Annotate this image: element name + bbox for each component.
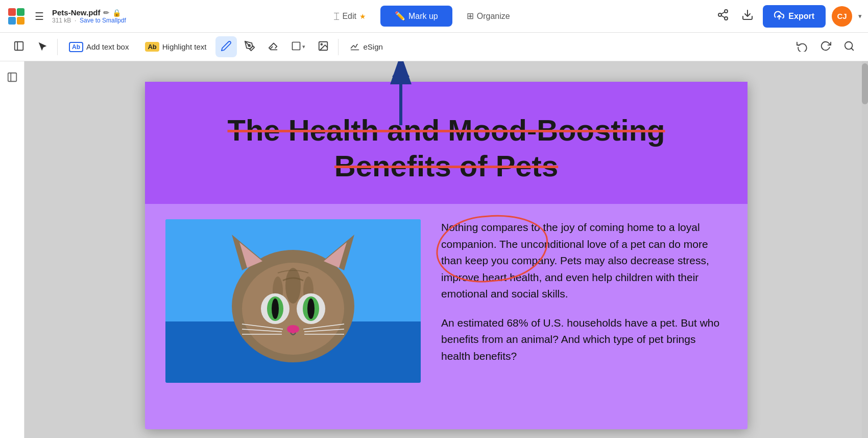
pdf-title-line1: The Health and Mood-Boosting [165,112,727,148]
edit-icon: ⌶ [334,11,339,21]
file-meta: 311 kB · Save to Smallpdf [52,17,126,24]
sidebar-toggle-icon [13,40,25,53]
pencil-tool-button[interactable] [215,36,237,57]
pen-icon [244,40,255,53]
file-name-row: Pets-New.pdf ✏ 🔒 [52,8,126,17]
svg-rect-7 [15,42,23,51]
export-button[interactable]: Export [763,5,826,28]
scrollbar-track[interactable] [862,61,868,438]
pencil-icon [221,40,232,53]
export-label: Export [788,12,814,21]
pdf-header: The Health and Mood-Boosting Benefits of… [145,82,748,204]
svg-point-36 [272,298,279,319]
logo-q2 [17,8,25,16]
pdf-text-area: Nothing compares to the joy of coming ho… [441,219,727,383]
avatar[interactable]: CJ [832,6,852,27]
pdf-paragraph-2: An estimated 68% of U.S. households have… [441,315,727,365]
tab-markup-label: Mark up [408,12,438,21]
redo-button[interactable] [815,36,836,57]
top-bar: ☰ Pets-New.pdf ✏ 🔒 311 kB · Save to Smal… [0,0,868,33]
file-name-text: Pets-New.pdf [52,8,100,17]
avatar-chevron[interactable]: ▾ [858,12,862,20]
pdf-title: The Health and Mood-Boosting Benefits of… [165,112,727,183]
tab-organize[interactable]: ⊞ Organize [452,6,524,27]
pdf-page: The Health and Mood-Boosting Benefits of… [145,82,748,429]
pdf-title-line2: Benefits of Pets [165,148,727,184]
nav-center: ⌶ Edit ★ ✏️ Mark up ⊞ Organize [134,6,710,27]
pdf-image [165,219,421,383]
scrollbar-thumb[interactable] [862,63,868,104]
logo-q4 [17,17,25,25]
sidebar-icon-button[interactable] [3,67,22,90]
image-tool-button[interactable] [312,36,334,57]
eraser-tool-button[interactable] [262,36,284,57]
svg-point-37 [307,298,315,319]
pdf-paragraph-1: Nothing compares to the joy of coming ho… [441,219,727,303]
markup-icon: ✏️ [395,11,405,21]
nav-right: Export CJ ▾ [714,5,862,28]
esign-button[interactable]: eSign [343,37,390,57]
highlight-text-button[interactable]: Ab Highlight text [138,38,213,56]
svg-point-12 [321,43,323,45]
undo-icon [797,40,808,53]
pdf-paragraph-2-text: An estimated 68% of U.S. households have… [441,317,719,362]
file-size: 311 kB [52,17,71,24]
svg-marker-20 [392,64,409,77]
shape-chevron-icon: ▾ [302,43,305,50]
highlight-text-icon: Ab [145,42,159,52]
download-icon [741,9,754,24]
redo-icon [820,40,831,53]
esign-label: eSign [363,42,382,51]
undo-button[interactable] [791,36,813,57]
share-button[interactable] [714,6,732,27]
hamburger-icon: ☰ [35,10,44,22]
shape-tool-button[interactable]: ▾ [286,37,310,57]
tab-edit-label: Edit [342,12,356,21]
add-text-box-label: Add text box [86,42,129,51]
add-text-box-button[interactable]: Ab Add text box [62,38,136,56]
organize-icon: ⊞ [467,11,474,21]
main-area: The Health and Mood-Boosting Benefits of… [0,61,868,438]
download-button[interactable] [738,6,757,27]
hamburger-button[interactable]: ☰ [31,6,48,27]
save-to-smallpdf-link[interactable]: Save to Smallpdf [80,17,126,24]
eraser-icon [268,40,279,53]
file-lock-icon: 🔒 [112,9,121,17]
svg-point-38 [287,325,299,333]
search-button[interactable] [838,36,860,57]
file-edit-icon[interactable]: ✏ [103,9,109,17]
image-icon [318,40,329,53]
canvas-area[interactable]: The Health and Mood-Boosting Benefits of… [25,61,868,438]
pdf-body: Nothing compares to the joy of coming ho… [145,204,748,403]
pen-tool-button[interactable] [239,36,260,57]
cursor-icon [37,40,48,53]
cat-image-placeholder [165,219,421,383]
separator-2 [338,39,339,55]
highlight-text-label: Highlight text [162,42,207,51]
svg-line-3 [721,15,725,17]
svg-point-29 [285,268,301,304]
svg-rect-16 [8,73,16,82]
avatar-initials: CJ [837,12,847,20]
esign-icon [350,41,360,53]
separator-1 [57,39,58,55]
pdf-paragraph-1-text: Nothing compares to the joy of coming ho… [441,221,709,299]
shape-icon [291,41,301,53]
sidebar-panel [0,61,25,438]
tab-organize-label: Organize [477,12,510,21]
tab-edit[interactable]: ⌶ Edit ★ [320,6,380,27]
svg-line-15 [851,48,853,50]
sidebar-toggle-button[interactable] [8,36,30,57]
search-icon [843,40,855,53]
app-logo [6,6,27,27]
svg-rect-10 [293,42,300,50]
file-info: Pets-New.pdf ✏ 🔒 311 kB · Save to Smallp… [52,8,126,24]
share-icon [717,9,729,24]
tab-markup[interactable]: ✏️ Mark up [380,6,452,27]
logo-q1 [8,8,16,16]
edit-star-icon: ★ [359,12,366,20]
export-icon [774,10,784,22]
svg-line-4 [721,12,725,14]
cat-svg [165,219,421,383]
cursor-tool-button[interactable] [32,36,53,57]
